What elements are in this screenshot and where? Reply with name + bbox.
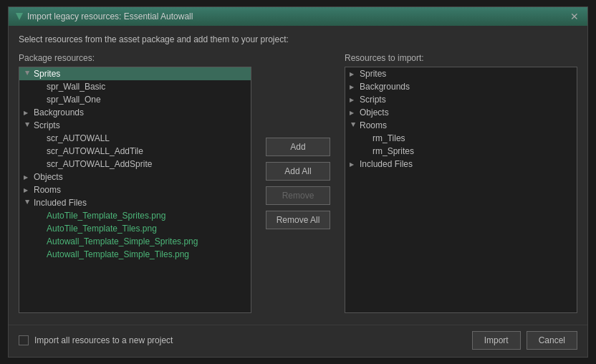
arrow-backgrounds: ▶ — [24, 110, 31, 116]
r-tree-sprites[interactable]: ▶ Sprites — [345, 67, 577, 80]
tree-item-included-files[interactable]: ▶ Included Files — [19, 196, 251, 209]
r-tree-scripts[interactable]: ▶ Scripts — [345, 93, 577, 106]
dialog-title: Import legacy resources: Essential Autow… — [27, 11, 193, 21]
arrow-objects: ▶ — [24, 174, 31, 181]
panels-container: Package resources: ▶ Sprites spr_Wall_Ba… — [19, 53, 577, 313]
add-button[interactable]: Add — [266, 138, 330, 156]
scr-autowall-label: scr_AUTOWALL — [47, 133, 110, 143]
r-arrow-backgrounds: ▶ — [350, 84, 357, 90]
resources-label: Resources to import: — [345, 53, 577, 63]
r-arrow-rooms: ▶ — [350, 122, 357, 129]
title-bar-left: Import legacy resources: Essential Autow… — [16, 11, 193, 21]
remove-button[interactable]: Remove — [266, 186, 330, 205]
included-files-label: Included Files — [34, 198, 87, 208]
spr-wall-one-label: spr_Wall_One — [47, 95, 101, 105]
tree-item-sprites[interactable]: ▶ Sprites — [19, 67, 251, 80]
r-rooms-label: Rooms — [360, 120, 387, 130]
arrow-included-files: ▶ — [24, 199, 31, 206]
autowall-simple-sprites-label: Autowall_Template_Simple_Sprites.png — [47, 236, 198, 246]
dialog-icon — [16, 13, 23, 20]
tree-item-autowall-simple-sprites[interactable]: Autowall_Template_Simple_Sprites.png — [19, 235, 251, 248]
r-arrow-objects: ▶ — [350, 110, 357, 116]
tree-item-spr-wall-one[interactable]: spr_Wall_One — [19, 93, 251, 106]
new-project-checkbox[interactable] — [19, 335, 29, 345]
r-tree-backgrounds[interactable]: ▶ Backgrounds — [345, 80, 577, 93]
scripts-label: Scripts — [34, 120, 60, 130]
tree-item-scripts[interactable]: ▶ Scripts — [19, 119, 251, 132]
scr-addtile-label: scr_AUTOWALL_AddTile — [47, 146, 143, 156]
r-tree-rooms[interactable]: ▶ Rooms — [345, 119, 577, 132]
tree-item-rooms[interactable]: ▶ Rooms — [19, 183, 251, 196]
add-all-button[interactable]: Add All — [266, 162, 330, 181]
tree-item-scr-autowall-addtile[interactable]: scr_AUTOWALL_AddTile — [19, 145, 251, 158]
tree-item-scr-autowall-addsprite[interactable]: scr_AUTOWALL_AddSprite — [19, 158, 251, 171]
action-buttons: Add Add All Remove Remove All — [259, 53, 337, 313]
objects-label: Objects — [34, 172, 63, 182]
r-rm-tiles-label: rm_Tiles — [372, 133, 405, 143]
r-backgrounds-label: Backgrounds — [360, 82, 410, 92]
arrow-scripts: ▶ — [24, 122, 31, 129]
tree-item-scr-autowall[interactable]: scr_AUTOWALL — [19, 132, 251, 145]
title-bar: Import legacy resources: Essential Autow… — [9, 7, 587, 26]
autotile-tiles-label: AutoTile_Template_Tiles.png — [47, 224, 157, 234]
import-dialog: Import legacy resources: Essential Autow… — [8, 6, 588, 358]
spr-wall-basic-label: spr_Wall_Basic — [47, 82, 105, 92]
r-arrow-included-files: ▶ — [350, 161, 357, 168]
import-button[interactable]: Import — [472, 331, 521, 350]
left-panel: Package resources: ▶ Sprites spr_Wall_Ba… — [19, 53, 251, 313]
backgrounds-label: Backgrounds — [34, 107, 84, 118]
scr-addsprite-label: scr_AUTOWALL_AddSprite — [47, 159, 152, 169]
footer-right: Import Cancel — [472, 331, 577, 350]
autowall-simple-tiles-label: Autowall_Template_Simple_Tiles.png — [47, 249, 189, 259]
rooms-label: Rooms — [34, 185, 61, 195]
instruction-text: Select resources from the asset package … — [19, 34, 577, 44]
r-sprites-label: Sprites — [360, 69, 386, 79]
tree-item-autotile-tiles[interactable]: AutoTile_Template_Tiles.png — [19, 222, 251, 235]
r-objects-label: Objects — [360, 107, 389, 118]
sprites-label: Sprites — [34, 69, 60, 79]
tree-item-spr-wall-basic[interactable]: spr_Wall_Basic — [19, 80, 251, 93]
r-rm-sprites-label: rm_Sprites — [372, 146, 414, 156]
arrow-sprites: ▶ — [24, 70, 31, 77]
autotile-sprites-label: AutoTile_Template_Sprites.png — [47, 211, 165, 221]
package-tree[interactable]: ▶ Sprites spr_Wall_Basic spr_Wall_One ▶ … — [19, 67, 251, 313]
r-tree-rm-sprites[interactable]: rm_Sprites — [345, 145, 577, 158]
dialog-body: Select resources from the asset package … — [9, 26, 587, 319]
remove-all-button[interactable]: Remove All — [266, 211, 330, 229]
r-tree-rm-tiles[interactable]: rm_Tiles — [345, 132, 577, 145]
resources-tree[interactable]: ▶ Sprites ▶ Backgrounds ▶ Scripts ▶ Obje… — [345, 67, 577, 313]
tree-item-autowall-simple-tiles[interactable]: Autowall_Template_Simple_Tiles.png — [19, 248, 251, 261]
footer-left: Import all resources to a new project — [19, 335, 173, 345]
r-tree-objects[interactable]: ▶ Objects — [345, 106, 577, 119]
r-included-files-label: Included Files — [360, 159, 413, 169]
arrow-rooms: ▶ — [24, 187, 31, 193]
cancel-button[interactable]: Cancel — [527, 331, 577, 350]
right-panel: Resources to import: ▶ Sprites ▶ Backgro… — [345, 53, 577, 313]
tree-item-backgrounds[interactable]: ▶ Backgrounds — [19, 106, 251, 119]
r-scripts-label: Scripts — [360, 95, 386, 105]
tree-item-objects[interactable]: ▶ Objects — [19, 171, 251, 183]
tree-item-autotile-sprites[interactable]: AutoTile_Template_Sprites.png — [19, 209, 251, 222]
r-tree-included-files[interactable]: ▶ Included Files — [345, 158, 577, 171]
r-arrow-sprites: ▶ — [350, 71, 357, 77]
dialog-footer: Import all resources to a new project Im… — [9, 325, 587, 357]
r-arrow-scripts: ▶ — [350, 97, 357, 103]
new-project-label: Import all resources to a new project — [34, 335, 173, 345]
package-label: Package resources: — [19, 53, 251, 63]
close-button[interactable]: ✕ — [569, 11, 580, 21]
